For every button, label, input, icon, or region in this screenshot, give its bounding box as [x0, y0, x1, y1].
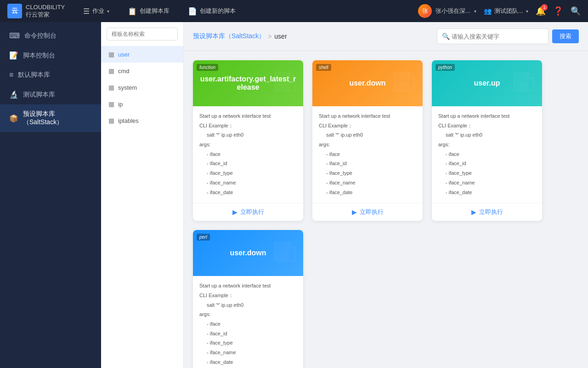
new-script-icon: 📄	[188, 7, 197, 16]
sidebar-item-label: 命令控制台	[24, 32, 57, 40]
card2-desc1: Start up a network interface test	[319, 112, 416, 121]
card2-play-icon: ▶	[352, 208, 357, 216]
nav-new-script-label: 创建新的脚本	[200, 7, 236, 15]
card1-play-icon: ▶	[232, 208, 237, 216]
card1-arg1: - iface	[207, 150, 297, 159]
card-user-down[interactable]: shell user.down </> Start up a network i…	[312, 60, 423, 221]
card3-header: python user.up </>	[432, 60, 542, 106]
card4-arg2: - iface_id	[207, 329, 297, 338]
card3-arg4: - iface_name	[446, 178, 536, 187]
second-item-label: system	[118, 84, 137, 91]
svg-text:</>: </>	[397, 80, 407, 87]
notification-btn[interactable]: 🔔 1	[536, 6, 546, 16]
logo: 云 CLOUDBILITY行云管家	[7, 4, 65, 19]
search-button[interactable]: 搜索	[552, 29, 579, 43]
card3-title: user.up	[469, 79, 506, 87]
card3-body: Start up a network interface test CLI Ex…	[432, 106, 542, 203]
card1-badge: function	[197, 64, 218, 71]
card-user-down-perl[interactable]: perl user.down </> Start up a network in…	[193, 230, 303, 368]
card2-title: user.down	[344, 79, 391, 87]
card-user-up[interactable]: python user.up </> Start up a network in…	[432, 60, 542, 221]
user-profile[interactable]: 张 张小强在深... ▾	[418, 4, 476, 18]
sidebar-item-label: 脚本控制台	[23, 52, 55, 60]
main-content: 预设脚本库（SaltStack） > user 🔍 搜索 function us…	[184, 22, 588, 368]
card4-arg4: - iface_name	[207, 348, 297, 357]
avatar: 张	[418, 4, 432, 18]
card4-badge: perl	[197, 234, 210, 241]
second-item-label: ip	[118, 101, 123, 108]
sidebar-item-script-console[interactable]: 📝 脚本控制台	[0, 46, 101, 65]
card3-play-icon: ▶	[471, 208, 476, 216]
second-item-iptables[interactable]: ▦ iptables	[101, 112, 183, 129]
card3-desc1: Start up a network interface test	[438, 112, 536, 121]
card1-arg3: - iface_type	[207, 169, 297, 178]
nav-create-script[interactable]: 📋 创建脚本库	[124, 5, 173, 17]
nav-ops-label: 作业	[92, 7, 104, 15]
team-selector[interactable]: 👥 测试团队... ▾	[484, 7, 528, 15]
ip-folder-icon: ▦	[108, 100, 114, 108]
card3-action[interactable]: ▶ 立即执行	[432, 203, 542, 221]
user-name: 张小强在深...	[435, 7, 470, 15]
card4-desc1: Start up a network interface test	[199, 282, 297, 290]
nav-new-script[interactable]: 📄 创建新的脚本	[184, 5, 239, 17]
card2-arg2: - iface_id	[326, 159, 416, 168]
card3-arg5: - iface_date	[446, 188, 536, 197]
second-item-system[interactable]: ▦ system	[101, 79, 183, 96]
card2-action[interactable]: ▶ 立即执行	[312, 203, 423, 221]
sidebar-item-default-lib[interactable]: ≡ 默认脚本库	[0, 65, 101, 85]
svg-text:</>: </>	[277, 250, 288, 257]
card2-args: - iface - iface_id - iface_type - iface_…	[319, 150, 416, 196]
card4-watermark-icon: </>	[271, 240, 299, 272]
card1-arg4: - iface_name	[207, 178, 297, 187]
card1-args: - iface - iface_id - iface_type - iface_…	[199, 150, 297, 196]
breadcrumb-parent[interactable]: 预设脚本库（SaltStack）	[193, 32, 265, 40]
svg-text:</>: </>	[516, 80, 526, 87]
default-lib-icon: ≡	[9, 71, 13, 79]
user-chevron-icon: ▾	[474, 9, 476, 14]
second-item-label: iptables	[118, 117, 139, 124]
notification-badge: 1	[541, 4, 548, 11]
second-item-user[interactable]: ▦ user	[101, 46, 183, 63]
sidebar-item-cmd-console[interactable]: ⌨ 命令控制台	[0, 26, 101, 46]
card-user-artifactory[interactable]: function user.artifactory.get_latest_rel…	[193, 60, 303, 221]
help-btn[interactable]: ❓	[553, 6, 563, 16]
sidebar-item-preset-lib[interactable]: 📦 预设脚本库（SaltStack）	[0, 104, 101, 132]
card3-desc3: salt '*' ip.up eth0	[438, 131, 536, 139]
card4-header: perl user.down </>	[193, 230, 303, 276]
card2-badge: shell	[316, 64, 331, 71]
card4-desc3: salt '*' ip.up eth0	[199, 301, 297, 310]
card2-arg3: - iface_type	[326, 169, 416, 178]
card4-desc4: args:	[199, 310, 297, 319]
second-item-ip[interactable]: ▦ ip	[101, 96, 183, 112]
search-input[interactable]	[452, 33, 543, 40]
card3-badge: python	[435, 64, 455, 71]
search-btn-top[interactable]: 🔍	[571, 6, 581, 16]
topnav: 云 CLOUDBILITY行云管家 ☰ 作业 ▾ 📋 创建脚本库 📄 创建新的脚…	[0, 0, 588, 22]
user-folder-icon: ▦	[108, 51, 114, 58]
iptables-folder-icon: ▦	[108, 117, 114, 124]
sidebar-item-test-lib[interactable]: 🔬 测试脚本库	[0, 85, 101, 104]
card3-desc4: args:	[438, 140, 536, 149]
ops-chevron-icon: ▾	[107, 9, 109, 14]
card3-arg2: - iface_id	[446, 159, 536, 168]
nav-create-script-label: 创建脚本库	[140, 7, 170, 15]
card4-args: - iface - iface_id - iface_type - iface_…	[199, 320, 297, 366]
card1-title: user.artifactory.get_latest_release	[193, 75, 303, 92]
nav-ops[interactable]: ☰ 作业 ▾	[79, 5, 113, 17]
card4-arg5: - iface_date	[207, 358, 297, 367]
test-lib-icon: 🔬	[9, 90, 18, 99]
body-layout: ⌨ 命令控制台 📝 脚本控制台 ≡ 默认脚本库 🔬 测试脚本库 📦 预设脚本库（…	[0, 22, 588, 368]
script-console-icon: 📝	[9, 51, 18, 60]
system-folder-icon: ▦	[108, 84, 114, 91]
cmd-console-icon: ⌨	[9, 31, 20, 40]
second-search-input[interactable]	[107, 28, 178, 40]
logo-text: CLOUDBILITY行云管家	[26, 4, 65, 19]
card1-action[interactable]: ▶ 立即执行	[193, 203, 303, 221]
second-sidebar: ▦ user ▦ cmd ▦ system ▦ ip ▦ iptables	[101, 22, 184, 368]
card2-watermark-icon: </>	[390, 70, 418, 103]
card1-arg5: - iface_date	[207, 188, 297, 197]
sidebar-item-label: 预设脚本库（SaltStack）	[23, 110, 92, 126]
card2-desc2: CLI Example：	[319, 121, 416, 130]
second-item-cmd[interactable]: ▦ cmd	[101, 63, 183, 79]
card4-body: Start up a network interface test CLI Ex…	[193, 276, 303, 368]
